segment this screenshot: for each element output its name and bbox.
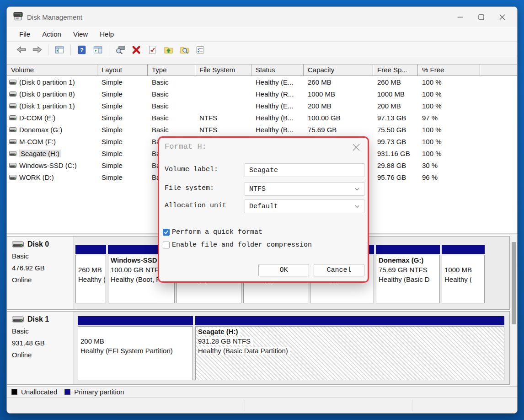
partition-status-text: Healthy ( (444, 275, 472, 283)
cancel-button[interactable]: Cancel (314, 264, 364, 276)
partition[interactable]: Donemax (G:)75.69 GB NTFSHealthy (Basic … (376, 245, 440, 303)
cell-type: Basic (148, 90, 195, 98)
cell-status: Healthy (E... (251, 102, 304, 110)
partition[interactable]: 1000 MBHealthy ( (442, 245, 485, 303)
cell-pct: 100 % (418, 90, 480, 98)
partition-status: Healthy ( (444, 275, 484, 285)
forward-icon[interactable] (31, 44, 43, 56)
compression-checkbox[interactable]: Enable file and folder compression (163, 241, 312, 249)
menu-item-help[interactable]: Help (94, 28, 120, 40)
menu-item-action[interactable]: Action (36, 28, 67, 40)
column-header-layout[interactable]: Layout (97, 65, 148, 75)
volume-icon (9, 80, 16, 85)
window-title: Disk Management (27, 13, 449, 21)
partition-size: 200 MB (80, 337, 192, 347)
disk-info-panel[interactable]: Disk 0Basic476.92 GBOnline (7, 237, 74, 309)
title-bar: Disk Management (7, 7, 517, 27)
cell-pct: 97 % (418, 114, 480, 122)
dialog-close-icon[interactable] (351, 142, 361, 152)
table-row[interactable]: Donemax (G:)SimpleBasicNTFSHealthy (B...… (7, 124, 517, 135)
cell-pct: 100 % (418, 78, 480, 86)
help-icon[interactable]: ? (76, 44, 88, 56)
disk-size: 931.48 GB (12, 337, 74, 349)
file-system-select[interactable]: NTFS (245, 182, 364, 196)
disk-type: Basic (12, 250, 74, 262)
ok-button[interactable]: OK (258, 264, 309, 276)
disk-icon (12, 241, 24, 248)
disk-info-head: Disk 0 (12, 240, 74, 248)
allocation-unit-select[interactable]: Default (245, 199, 364, 213)
partition-status: Healthy (EFI System Partition) (80, 347, 192, 356)
partition-status: Healthy ( (78, 275, 106, 285)
disk-search-icon[interactable] (114, 44, 126, 56)
volume-icon (9, 139, 16, 144)
partition-status-text: Healthy (EFI System Partition) (80, 347, 173, 355)
volume-icon (9, 115, 16, 120)
back-icon[interactable] (15, 44, 27, 56)
table-row[interactable]: D-COM (E:)SimpleBasicNTFSHealthy (B...10… (7, 112, 517, 124)
column-header-status[interactable]: Status (251, 65, 304, 75)
file-system-value: NTFS (249, 185, 266, 193)
disk-type: Basic (12, 325, 74, 337)
cell-fs: NTFS (195, 114, 251, 122)
folder-search-icon[interactable] (178, 44, 190, 56)
partition-size-text: 200 MB (80, 337, 104, 345)
cell-type: Basic (148, 114, 195, 122)
partition-size-text: 100.00 GB NTFS (111, 266, 163, 274)
partition-name (444, 256, 484, 266)
partition[interactable]: 260 MBHealthy ( (75, 245, 106, 303)
column-header-free-sp-[interactable]: Free Sp... (373, 65, 418, 75)
check-document-icon[interactable] (146, 44, 158, 56)
graphical-scrollbar[interactable] (510, 235, 517, 386)
volume-name: Seagate (H:) (19, 150, 61, 157)
cell-capacity: 75.69 GB (304, 126, 373, 134)
disk-management-icon (13, 12, 23, 22)
partition-name: Seagate (H:) (198, 328, 504, 337)
cell-layout: Simple (97, 90, 148, 98)
quick-format-checkbox[interactable]: Perform a quick format (163, 228, 262, 236)
scrollbar-thumb[interactable] (512, 242, 516, 324)
volume-icon (9, 127, 16, 132)
status-bar-divider (412, 399, 412, 411)
maximize-button[interactable] (471, 9, 492, 25)
cell-capacity: 200 MB (304, 102, 373, 110)
table-row[interactable]: (Disk 0 partition 1)SimpleBasicHealthy (… (7, 76, 517, 88)
partition[interactable]: Seagate (H:)931.28 GB NTFSHealthy (Basic… (195, 316, 504, 380)
volume-name: D-COM (E:) (19, 114, 55, 122)
menu-item-view[interactable]: View (67, 28, 94, 40)
action-pane-icon[interactable] (92, 44, 104, 56)
partition-name (78, 256, 106, 266)
folder-up-icon[interactable] (162, 44, 174, 56)
cell-pct: 100 % (418, 102, 480, 110)
partition-body: Donemax (G:)75.69 GB NTFSHealthy (Basic … (376, 255, 440, 303)
cell-pct: 100 % (418, 150, 480, 157)
volume-name: WORK (D:) (19, 173, 54, 181)
partition-size-text: 1000 MB (444, 266, 472, 274)
table-row[interactable]: (Disk 1 partition 1)SimpleBasicHealthy (… (7, 100, 517, 112)
column-header--free[interactable]: % Free (418, 65, 480, 75)
quick-format-label: Perform a quick format (172, 228, 262, 236)
desktop-background: Disk Management FileActionViewHelp (0, 0, 524, 420)
cell-pct: 96 % (418, 173, 480, 181)
cell-volume: D-COM (E:) (7, 114, 97, 122)
delete-icon[interactable] (130, 44, 142, 56)
console-tree-icon[interactable] (53, 44, 65, 56)
column-header-capacity[interactable]: Capacity (304, 65, 373, 75)
partition[interactable]: 200 MBHealthy (EFI System Partition) (78, 316, 193, 380)
close-button[interactable] (492, 9, 513, 25)
disk-info-panel[interactable]: Disk 1Basic931.48 GBOnline (7, 312, 74, 384)
menu-item-file[interactable]: File (13, 28, 36, 40)
partition-header-bar (75, 245, 106, 254)
column-header-type[interactable]: Type (148, 65, 195, 75)
volume-label-input[interactable]: Seagate (245, 163, 364, 177)
column-header-volume[interactable]: Volume (7, 65, 97, 75)
checklist-icon[interactable] (194, 44, 206, 56)
minimize-button[interactable] (449, 9, 471, 25)
partition-size-text: 260 MB (78, 266, 102, 274)
volume-name: (Disk 0 partition 8) (19, 90, 75, 98)
partition-body: Seagate (H:)931.28 GB NTFSHealthy (Basic… (195, 326, 504, 380)
table-row[interactable]: (Disk 0 partition 8)SimpleBasicHealthy (… (7, 88, 517, 100)
svg-text:?: ? (80, 46, 84, 53)
column-header-file-system[interactable]: File System (195, 65, 251, 75)
partition-status-text: Healthy ( (78, 275, 106, 283)
